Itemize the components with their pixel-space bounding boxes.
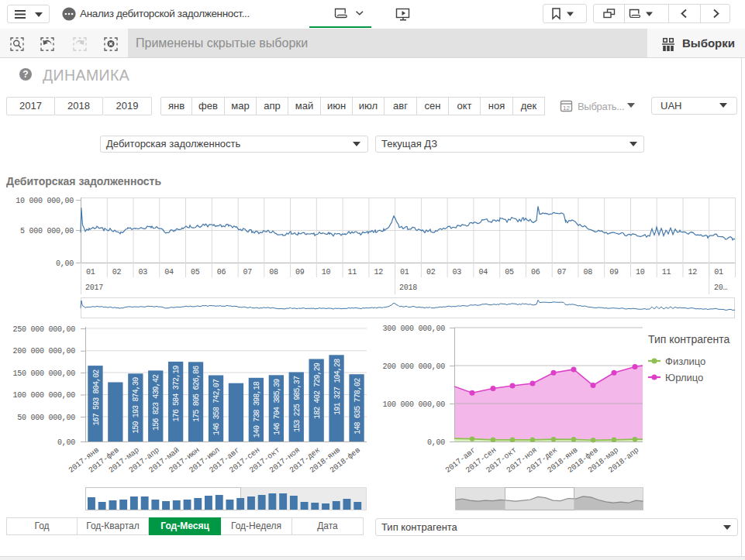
svg-text:11: 11 xyxy=(348,268,357,277)
svg-text:12: 12 xyxy=(374,268,383,277)
svg-text:05: 05 xyxy=(505,268,514,277)
svg-text:11: 11 xyxy=(662,268,671,277)
svg-text:10 000 000,00: 10 000 000,00 xyxy=(16,197,74,205)
svg-text:2018: 2018 xyxy=(399,283,417,292)
svg-text:04: 04 xyxy=(164,268,174,277)
svg-text:182 402 729,29: 182 402 729,29 xyxy=(313,362,322,419)
svg-text:10: 10 xyxy=(322,268,331,277)
svg-text:100 000 000,00: 100 000 000,00 xyxy=(12,391,75,400)
svg-text:Дебиторская задолженность: Дебиторская задолженность xyxy=(6,175,161,187)
svg-text:09: 09 xyxy=(295,268,305,277)
svg-text:07: 07 xyxy=(243,268,253,277)
svg-text:146 704 385,39: 146 704 385,39 xyxy=(273,379,281,435)
svg-text:20…: 20… xyxy=(714,283,728,292)
svg-text:175 805 626,86: 175 805 626,86 xyxy=(192,366,201,422)
svg-text:250 000 000,00: 250 000 000,00 xyxy=(12,325,75,334)
svg-text:140 738 398,18: 140 738 398,18 xyxy=(253,381,261,438)
svg-text:08: 08 xyxy=(269,268,278,277)
svg-text:07: 07 xyxy=(557,268,567,277)
svg-text:12: 12 xyxy=(563,105,570,112)
svg-text:5 000 000,00: 5 000 000,00 xyxy=(20,227,74,235)
svg-text:148 635 778,02: 148 635 778,02 xyxy=(354,378,362,435)
svg-text:2017: 2017 xyxy=(85,283,103,292)
svg-text:02: 02 xyxy=(112,268,122,277)
svg-text:06: 06 xyxy=(217,268,226,277)
svg-text:03: 03 xyxy=(453,268,462,277)
svg-text:300 000 000,00: 300 000 000,00 xyxy=(382,325,445,333)
svg-text:156 823 439,42: 156 823 439,42 xyxy=(152,374,160,431)
svg-text:03: 03 xyxy=(139,268,148,277)
svg-text:176 584 372,19: 176 584 372,19 xyxy=(172,365,181,421)
svg-text:06: 06 xyxy=(531,268,540,277)
svg-text:Юрлицо: Юрлицо xyxy=(665,372,703,383)
svg-text:0,00: 0,00 xyxy=(56,259,74,268)
svg-text:01: 01 xyxy=(400,268,409,277)
svg-text:09: 09 xyxy=(609,268,619,277)
svg-text:12: 12 xyxy=(688,268,698,277)
svg-text:04: 04 xyxy=(478,268,488,277)
svg-text:146 358 742,07: 146 358 742,07 xyxy=(212,379,221,435)
svg-text:0,00: 0,00 xyxy=(57,438,75,447)
svg-text:08: 08 xyxy=(583,268,592,277)
svg-text:150 193 874,30: 150 193 874,30 xyxy=(132,377,140,434)
svg-text:100 000 000,00: 100 000 000,00 xyxy=(382,400,445,409)
svg-text:Физлицо: Физлицо xyxy=(665,356,705,367)
svg-text:50 000 000,00: 50 000 000,00 xyxy=(17,414,75,422)
svg-text:10: 10 xyxy=(636,268,645,277)
svg-text:167 593 804,02: 167 593 804,02 xyxy=(92,369,101,426)
svg-text:200 000 000,00: 200 000 000,00 xyxy=(12,347,75,356)
svg-text:0,00: 0,00 xyxy=(427,438,445,447)
svg-text:153 225 985,37: 153 225 985,37 xyxy=(293,376,302,432)
svg-text:05: 05 xyxy=(191,268,200,277)
svg-text:191 327 104,28: 191 327 104,28 xyxy=(333,359,342,415)
svg-text:Тип контрагента: Тип контрагента xyxy=(648,333,730,345)
svg-text:150 000 000,00: 150 000 000,00 xyxy=(12,369,75,378)
svg-text:01: 01 xyxy=(714,268,723,277)
svg-text:02: 02 xyxy=(426,268,436,277)
svg-text:200 000 000,00: 200 000 000,00 xyxy=(382,362,445,371)
svg-text:01: 01 xyxy=(86,268,95,277)
